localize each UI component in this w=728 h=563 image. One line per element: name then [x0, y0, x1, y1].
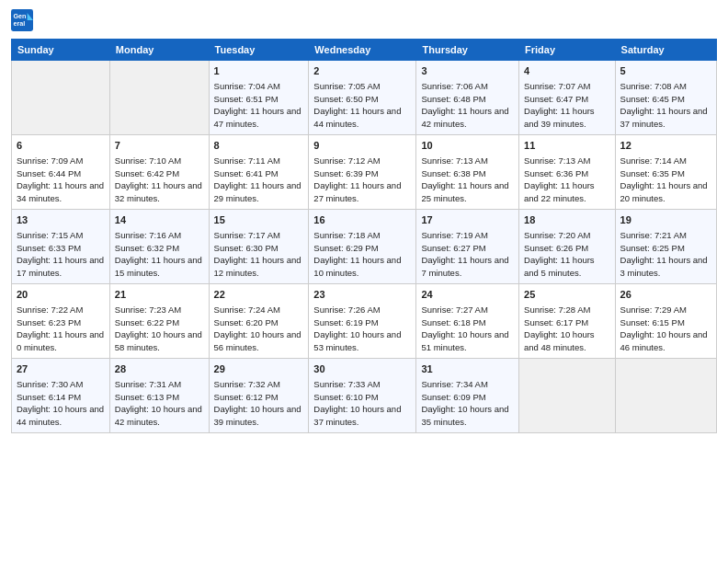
- header-saturday: Saturday: [615, 40, 716, 61]
- day-info: Sunrise: 7:06 AM Sunset: 6:48 PM Dayligh…: [421, 80, 514, 131]
- calendar-cell: 8Sunrise: 7:11 AM Sunset: 6:41 PM Daylig…: [209, 135, 309, 210]
- day-number: 6: [17, 139, 105, 154]
- day-number: 24: [421, 288, 514, 303]
- day-info: Sunrise: 7:21 AM Sunset: 6:25 PM Dayligh…: [620, 229, 711, 280]
- day-info: Sunrise: 7:08 AM Sunset: 6:45 PM Dayligh…: [620, 80, 711, 131]
- svg-text:eral: eral: [13, 19, 25, 28]
- calendar-cell: 16Sunrise: 7:18 AM Sunset: 6:29 PM Dayli…: [309, 210, 416, 284]
- day-number: 12: [620, 139, 711, 154]
- calendar-cell: 17Sunrise: 7:19 AM Sunset: 6:27 PM Dayli…: [416, 210, 519, 284]
- calendar-cell: 5Sunrise: 7:08 AM Sunset: 6:45 PM Daylig…: [615, 61, 716, 135]
- day-number: 7: [115, 139, 204, 154]
- day-info: Sunrise: 7:34 AM Sunset: 6:09 PM Dayligh…: [421, 378, 514, 429]
- day-info: Sunrise: 7:09 AM Sunset: 6:44 PM Dayligh…: [17, 155, 105, 205]
- day-number: 1: [214, 64, 304, 79]
- calendar-cell: 30Sunrise: 7:33 AM Sunset: 6:10 PM Dayli…: [309, 359, 416, 433]
- day-info: Sunrise: 7:27 AM Sunset: 6:18 PM Dayligh…: [421, 304, 514, 354]
- day-number: 3: [421, 64, 514, 79]
- calendar-week-row: 1Sunrise: 7:04 AM Sunset: 6:51 PM Daylig…: [12, 61, 717, 135]
- calendar-week-row: 20Sunrise: 7:22 AM Sunset: 6:23 PM Dayli…: [12, 284, 717, 359]
- day-info: Sunrise: 7:17 AM Sunset: 6:30 PM Dayligh…: [214, 229, 304, 280]
- calendar-cell: 23Sunrise: 7:26 AM Sunset: 6:19 PM Dayli…: [309, 284, 416, 359]
- day-info: Sunrise: 7:13 AM Sunset: 6:36 PM Dayligh…: [524, 155, 610, 205]
- calendar-cell: 10Sunrise: 7:13 AM Sunset: 6:38 PM Dayli…: [416, 135, 519, 210]
- calendar-cell: 25Sunrise: 7:28 AM Sunset: 6:17 PM Dayli…: [519, 284, 616, 359]
- header-monday: Monday: [109, 40, 209, 61]
- day-info: Sunrise: 7:30 AM Sunset: 6:14 PM Dayligh…: [17, 378, 105, 429]
- day-number: 19: [620, 213, 711, 228]
- header-tuesday: Tuesday: [209, 40, 309, 61]
- header: Gen eral: [11, 9, 717, 31]
- calendar-cell: 22Sunrise: 7:24 AM Sunset: 6:20 PM Dayli…: [209, 284, 309, 359]
- logo: Gen eral: [11, 9, 37, 31]
- header-friday: Friday: [519, 40, 616, 61]
- day-number: 30: [313, 362, 411, 377]
- calendar-cell: 29Sunrise: 7:32 AM Sunset: 6:12 PM Dayli…: [209, 359, 309, 433]
- day-number: 8: [214, 139, 304, 154]
- calendar-cell: [519, 359, 616, 433]
- calendar-cell: 28Sunrise: 7:31 AM Sunset: 6:13 PM Dayli…: [109, 359, 209, 433]
- day-info: Sunrise: 7:10 AM Sunset: 6:42 PM Dayligh…: [115, 155, 204, 205]
- calendar-cell: 26Sunrise: 7:29 AM Sunset: 6:15 PM Dayli…: [615, 284, 716, 359]
- day-number: 13: [17, 213, 105, 228]
- day-number: 5: [620, 64, 711, 79]
- header-sunday: Sunday: [12, 40, 110, 61]
- calendar-cell: 20Sunrise: 7:22 AM Sunset: 6:23 PM Dayli…: [12, 284, 110, 359]
- calendar-cell: 11Sunrise: 7:13 AM Sunset: 6:36 PM Dayli…: [519, 135, 616, 210]
- day-number: 21: [115, 288, 204, 303]
- calendar-cell: 27Sunrise: 7:30 AM Sunset: 6:14 PM Dayli…: [12, 359, 110, 433]
- logo-icon: Gen eral: [11, 9, 33, 31]
- calendar-cell: 14Sunrise: 7:16 AM Sunset: 6:32 PM Dayli…: [109, 210, 209, 284]
- header-wednesday: Wednesday: [309, 40, 416, 61]
- calendar-cell: 21Sunrise: 7:23 AM Sunset: 6:22 PM Dayli…: [109, 284, 209, 359]
- day-number: 25: [524, 288, 610, 303]
- calendar-cell: [12, 61, 110, 135]
- day-number: 28: [115, 362, 204, 377]
- day-number: 27: [17, 362, 105, 377]
- day-info: Sunrise: 7:07 AM Sunset: 6:47 PM Dayligh…: [524, 80, 610, 131]
- day-number: 15: [214, 213, 304, 228]
- day-number: 16: [313, 213, 411, 228]
- day-number: 14: [115, 213, 204, 228]
- day-info: Sunrise: 7:19 AM Sunset: 6:27 PM Dayligh…: [421, 229, 514, 280]
- day-info: Sunrise: 7:29 AM Sunset: 6:15 PM Dayligh…: [620, 304, 711, 354]
- calendar-cell: 24Sunrise: 7:27 AM Sunset: 6:18 PM Dayli…: [416, 284, 519, 359]
- calendar-cell: 1Sunrise: 7:04 AM Sunset: 6:51 PM Daylig…: [209, 61, 309, 135]
- calendar-cell: 15Sunrise: 7:17 AM Sunset: 6:30 PM Dayli…: [209, 210, 309, 284]
- day-info: Sunrise: 7:26 AM Sunset: 6:19 PM Dayligh…: [313, 304, 411, 354]
- day-number: 2: [313, 64, 411, 79]
- day-info: Sunrise: 7:04 AM Sunset: 6:51 PM Dayligh…: [214, 80, 304, 131]
- day-info: Sunrise: 7:31 AM Sunset: 6:13 PM Dayligh…: [115, 378, 204, 429]
- calendar-cell: 7Sunrise: 7:10 AM Sunset: 6:42 PM Daylig…: [109, 135, 209, 210]
- calendar-cell: 19Sunrise: 7:21 AM Sunset: 6:25 PM Dayli…: [615, 210, 716, 284]
- day-info: Sunrise: 7:15 AM Sunset: 6:33 PM Dayligh…: [17, 229, 105, 280]
- calendar-cell: 18Sunrise: 7:20 AM Sunset: 6:26 PM Dayli…: [519, 210, 616, 284]
- day-info: Sunrise: 7:05 AM Sunset: 6:50 PM Dayligh…: [313, 80, 411, 131]
- calendar-week-row: 13Sunrise: 7:15 AM Sunset: 6:33 PM Dayli…: [12, 210, 717, 284]
- day-number: 17: [421, 213, 514, 228]
- calendar-cell: [109, 61, 209, 135]
- day-number: 10: [421, 139, 514, 154]
- calendar-cell: 9Sunrise: 7:12 AM Sunset: 6:39 PM Daylig…: [309, 135, 416, 210]
- day-number: 11: [524, 139, 610, 154]
- header-thursday: Thursday: [416, 40, 519, 61]
- day-number: 26: [620, 288, 711, 303]
- calendar-cell: 4Sunrise: 7:07 AM Sunset: 6:47 PM Daylig…: [519, 61, 616, 135]
- day-number: 22: [214, 288, 304, 303]
- day-info: Sunrise: 7:14 AM Sunset: 6:35 PM Dayligh…: [620, 155, 711, 205]
- day-info: Sunrise: 7:20 AM Sunset: 6:26 PM Dayligh…: [524, 229, 610, 280]
- day-info: Sunrise: 7:24 AM Sunset: 6:20 PM Dayligh…: [214, 304, 304, 354]
- day-info: Sunrise: 7:32 AM Sunset: 6:12 PM Dayligh…: [214, 378, 304, 429]
- calendar-cell: 31Sunrise: 7:34 AM Sunset: 6:09 PM Dayli…: [416, 359, 519, 433]
- day-info: Sunrise: 7:33 AM Sunset: 6:10 PM Dayligh…: [313, 378, 411, 429]
- day-info: Sunrise: 7:28 AM Sunset: 6:17 PM Dayligh…: [524, 304, 610, 354]
- day-number: 4: [524, 64, 610, 79]
- day-number: 20: [17, 288, 105, 303]
- day-info: Sunrise: 7:12 AM Sunset: 6:39 PM Dayligh…: [313, 155, 411, 205]
- calendar-week-row: 6Sunrise: 7:09 AM Sunset: 6:44 PM Daylig…: [12, 135, 717, 210]
- day-number: 29: [214, 362, 304, 377]
- calendar-table: SundayMondayTuesdayWednesdayThursdayFrid…: [11, 39, 717, 433]
- calendar-cell: 3Sunrise: 7:06 AM Sunset: 6:48 PM Daylig…: [416, 61, 519, 135]
- calendar-cell: 2Sunrise: 7:05 AM Sunset: 6:50 PM Daylig…: [309, 61, 416, 135]
- calendar-header-row: SundayMondayTuesdayWednesdayThursdayFrid…: [12, 40, 717, 61]
